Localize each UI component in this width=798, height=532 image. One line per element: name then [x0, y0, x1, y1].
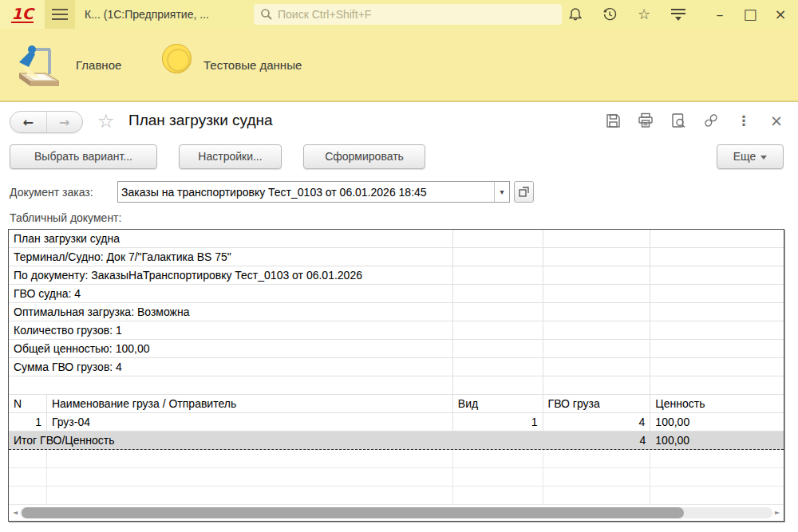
print-preview-icon[interactable] — [670, 112, 687, 129]
settings-button[interactable]: Настройки... — [179, 144, 282, 169]
total-value: 100,00 — [650, 432, 784, 449]
global-search[interactable] — [254, 4, 562, 25]
document-order-label: Документ заказ: — [10, 186, 93, 199]
scroll-left-arrow-icon[interactable]: ◄ — [10, 509, 20, 516]
service-menu-icon[interactable] — [669, 5, 688, 24]
open-document-button[interactable] — [514, 181, 534, 203]
forward-button[interactable]: → — [47, 112, 83, 132]
cell-vid: 1 — [453, 413, 543, 432]
spacer-row — [9, 376, 784, 395]
chevron-down-icon — [760, 156, 767, 160]
table-header-row: N Наименование груза / Отправитель Вид Г… — [9, 395, 784, 413]
hamburger-menu-button[interactable] — [45, 0, 75, 29]
horizontal-scrollbar: ◄ ► — [10, 506, 782, 518]
info-cell: Сумма ГВО грузов: 4 — [9, 358, 453, 376]
column-header-name: Наименование груза / Отправитель — [47, 395, 453, 413]
total-label: Итог ГВО/Ценность — [9, 432, 543, 449]
info-cell: Оптимальная загрузка: Возможна — [9, 303, 453, 321]
more-actions-kebab-icon[interactable]: ⋮ — [735, 112, 753, 129]
document-order-input[interactable] — [118, 182, 494, 202]
scrollbar-track[interactable] — [20, 507, 772, 518]
info-cell: План загрузки судна — [9, 230, 453, 248]
document-dropdown-button[interactable]: ▾ — [494, 182, 509, 202]
page-title: План загрузки судна — [128, 112, 273, 129]
window-maximize-button[interactable]: □ — [741, 5, 760, 24]
total-gvo: 4 — [543, 432, 651, 449]
desk-lamp-icon[interactable] — [13, 35, 65, 91]
test-data-section-icon[interactable] — [162, 44, 192, 73]
scrollbar-thumb[interactable] — [22, 507, 684, 518]
info-cell: ГВО судна: 4 — [9, 285, 453, 303]
window-minimize-button[interactable]: – — [710, 5, 729, 24]
info-cell: Количество грузов: 1 — [9, 321, 453, 340]
history-nav-group: ← → — [10, 111, 83, 133]
window-close-button[interactable]: × — [771, 5, 790, 24]
total-row: Итог ГВО/Ценность 4 100,00 — [9, 432, 784, 450]
section-main[interactable]: Главное — [76, 58, 121, 72]
1c-logo-icon: 1С — [11, 6, 33, 23]
cell-name: Груз-04 — [47, 413, 453, 432]
window-titlebar: 1С К... (1С:Предприятие, ... ☆ — [0, 0, 798, 29]
empty-row — [9, 468, 784, 487]
cell-gvo: 4 — [543, 413, 651, 432]
info-row: Терминал/Судно: Док 7/"Галактика BS 75" — [9, 248, 784, 266]
info-row: Сумма ГВО грузов: 4 — [9, 358, 784, 376]
empty-row — [9, 450, 784, 468]
tabular-document-label: Табличный документ: — [10, 211, 121, 224]
table-row: 1 Груз-04 1 4 100,00 — [9, 413, 784, 432]
notifications-bell-icon[interactable] — [566, 5, 585, 24]
info-row: Количество грузов: 1 — [9, 321, 784, 340]
generate-button[interactable]: Сформировать — [303, 144, 425, 169]
info-cell: Общей ценностью: 100,00 — [9, 340, 453, 358]
get-link-icon[interactable] — [702, 112, 720, 129]
back-button[interactable]: ← — [10, 112, 47, 132]
save-icon[interactable] — [604, 112, 622, 129]
info-cell: По документу: ЗаказыНаТранспортировку Те… — [9, 266, 453, 285]
column-header-vid: Вид — [453, 395, 543, 413]
scroll-right-arrow-icon[interactable]: ► — [772, 509, 782, 516]
info-row: Оптимальная загрузка: Возможна — [9, 303, 784, 321]
column-header-n: N — [9, 395, 47, 413]
section-test-data[interactable]: Тестовые данные — [203, 58, 302, 72]
app-logo: 1С — [0, 0, 45, 29]
sections-panel: Главное Тестовые данные — [0, 29, 798, 102]
report-spreadsheet[interactable]: План загрузки судна Терминал/Судно: Док … — [8, 229, 784, 522]
info-row: ГВО судна: 4 — [9, 285, 784, 303]
search-icon — [260, 8, 273, 21]
more-button[interactable]: Еще — [717, 144, 784, 169]
window-tab-title: К... (1С:Предприятие, ... — [85, 0, 209, 29]
form-close-icon[interactable]: × — [768, 112, 785, 129]
favorites-star-icon[interactable]: ☆ — [634, 5, 654, 24]
open-in-new-icon — [518, 186, 530, 198]
select-variant-button[interactable]: Выбрать вариант... — [10, 144, 157, 169]
add-to-favorites-star-icon[interactable]: ☆ — [97, 110, 115, 132]
column-header-value: Ценность — [650, 395, 784, 413]
history-icon[interactable] — [600, 5, 619, 24]
info-row: План загрузки судна — [9, 230, 784, 248]
empty-row — [9, 487, 784, 505]
search-input[interactable] — [278, 8, 555, 21]
info-row: По документу: ЗаказыНаТранспортировку Те… — [9, 266, 784, 285]
cell-n: 1 — [9, 413, 47, 432]
info-cell: Терминал/Судно: Док 7/"Галактика BS 75" — [9, 248, 453, 266]
document-order-field: ▾ — [117, 181, 510, 203]
cell-value: 100,00 — [650, 413, 784, 432]
info-row: Общей ценностью: 100,00 — [9, 340, 784, 358]
print-icon[interactable] — [637, 112, 654, 129]
column-header-gvo: ГВО груза — [543, 395, 651, 413]
